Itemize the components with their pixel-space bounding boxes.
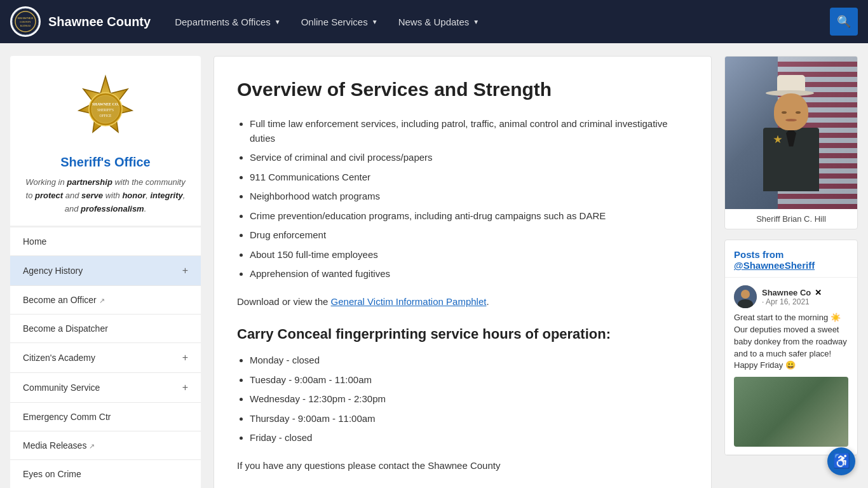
svg-text:SHERIFF'S: SHERIFF'S: [97, 108, 114, 112]
chevron-down-icon: ▼: [473, 18, 479, 25]
chevron-down-icon: ▼: [275, 18, 281, 25]
sidebar-title: Sheriff's Office: [20, 155, 191, 170]
brand-name-text: Shawnee County: [48, 15, 151, 29]
svg-text:KANSAS: KANSAS: [20, 24, 31, 27]
list-item: Service of criminal and civil process/pa…: [250, 151, 688, 165]
sheriff-photo-card: Sheriff Brian C. Hill: [724, 56, 858, 229]
list-item: Monday - closed: [250, 353, 688, 368]
twitter-panel: Posts from @ShawneeSheriff Shawnee Co: [724, 240, 858, 456]
expand-icon: +: [182, 265, 188, 276]
pamphlet-link[interactable]: General Victim Information Pamphlet: [331, 296, 487, 307]
search-icon: 🔍: [837, 15, 851, 29]
main-content: Overview of Services and Strength Full t…: [214, 56, 712, 488]
services-list: Full time law enforcement services, incl…: [250, 117, 688, 281]
tweet-date: · Apr 16, 2021: [762, 297, 822, 306]
page-container: SHAWNEE CO. SHERIFF'S OFFICE Sheriff's O…: [0, 43, 868, 488]
navbar: SHAWNEE COUNTY KANSAS Shawnee County Dep…: [0, 0, 868, 43]
right-panel: Sheriff Brian C. Hill Posts from @Shawne…: [724, 56, 858, 456]
list-item: Neighborhood watch programs: [250, 189, 688, 204]
nav-news[interactable]: News & Updates ▼: [390, 11, 489, 32]
sidebar-item-community-service[interactable]: Community Service +: [10, 373, 201, 403]
svg-text:SHAWNEE: SHAWNEE: [17, 17, 34, 20]
svg-point-12: [741, 290, 750, 299]
tweet-image: [734, 377, 848, 447]
list-item: Apprehension of wanted fugitives: [250, 267, 688, 281]
tweet-username: Shawnee Co: [762, 288, 811, 297]
external-link-icon: ↗: [99, 297, 105, 304]
download-paragraph: Download or view the General Victim Info…: [237, 294, 688, 309]
svg-text:OFFICE: OFFICE: [100, 114, 112, 118]
brand-link[interactable]: SHAWNEE COUNTY KANSAS Shawnee County: [10, 6, 151, 37]
sidebar-nav: Home Agency History + Become an Officer↗…: [10, 227, 201, 488]
external-link-icon: ↗: [89, 442, 95, 450]
twitter-header: Posts from @ShawneeSheriff: [725, 240, 857, 278]
nav-departments[interactable]: Departments & Offices ▼: [166, 11, 290, 32]
chevron-down-icon: ▼: [372, 18, 378, 25]
svg-text:COUNTY: COUNTY: [20, 20, 31, 24]
expand-icon: +: [182, 352, 188, 363]
main-nav: Departments & Offices ▼ Online Services …: [166, 11, 488, 32]
sidebar-item-emergency-comm[interactable]: Emergency Comm Ctr: [10, 403, 201, 431]
accessibility-button[interactable]: ♿: [827, 447, 855, 475]
sheriff-photo-image: [725, 57, 857, 209]
list-item: About 150 full-time employees: [250, 248, 688, 262]
list-item: Tuesday - 9:00am - 11:00am: [250, 373, 688, 388]
list-item: Drug enforcement: [250, 228, 688, 243]
sidebar-item-home[interactable]: Home: [10, 227, 201, 256]
list-item: Wednesday - 12:30pm - 2:30pm: [250, 392, 688, 407]
sidebar-item-citizens-academy[interactable]: Citizen's Academy +: [10, 343, 201, 373]
sidebar-tagline: Working in partnership with the communit…: [20, 176, 191, 215]
main-heading: Overview of Services and Strength: [237, 77, 688, 102]
avatar: [734, 285, 757, 308]
sidebar-item-eyes-on-crime[interactable]: Eyes on Crime: [10, 460, 201, 488]
list-item: Thursday - 9:00am - 11:00am: [250, 412, 688, 426]
tweet-text: Great start to the morning ☀️ Our deputi…: [734, 312, 848, 372]
sidebar: SHAWNEE CO. SHERIFF'S OFFICE Sheriff's O…: [10, 56, 201, 488]
carry-heading: Carry Conceal fingerprinting service hou…: [237, 325, 688, 344]
sheriff-figure: [763, 75, 819, 191]
sidebar-item-media-releases[interactable]: Media Releases↗: [10, 431, 201, 460]
tweet-item: Shawnee Co ✕ · Apr 16, 2021 Great start …: [725, 278, 857, 455]
search-button[interactable]: 🔍: [830, 8, 858, 36]
list-item: Friday - closed: [250, 431, 688, 445]
sidebar-item-become-dispatcher[interactable]: Become a Dispatcher: [10, 315, 201, 343]
contact-paragraph: If you have any questions please contact…: [237, 458, 688, 473]
accessibility-icon: ♿: [833, 453, 850, 470]
expand-icon: +: [182, 382, 188, 393]
hours-list: Monday - closed Tuesday - 9:00am - 11:00…: [250, 353, 688, 445]
sidebar-item-agency-history[interactable]: Agency History +: [10, 256, 201, 286]
tweet-user-row: Shawnee Co ✕ · Apr 16, 2021: [734, 285, 848, 308]
x-icon: ✕: [815, 288, 822, 297]
nav-online-services[interactable]: Online Services ▼: [292, 11, 387, 32]
sheriff-badge-icon: SHAWNEE CO. SHERIFF'S OFFICE: [67, 71, 144, 147]
list-item: Crime prevention/education programs, inc…: [250, 209, 688, 224]
sidebar-item-become-officer[interactable]: Become an Officer↗: [10, 286, 201, 315]
list-item: 911 Communications Center: [250, 170, 688, 185]
list-item: Full time law enforcement services, incl…: [250, 117, 688, 146]
brand-logo: SHAWNEE COUNTY KANSAS: [10, 6, 41, 37]
sidebar-header: SHAWNEE CO. SHERIFF'S OFFICE Sheriff's O…: [10, 56, 201, 226]
sheriff-caption: Sheriff Brian C. Hill: [725, 209, 857, 229]
svg-text:SHAWNEE CO.: SHAWNEE CO.: [92, 102, 119, 106]
